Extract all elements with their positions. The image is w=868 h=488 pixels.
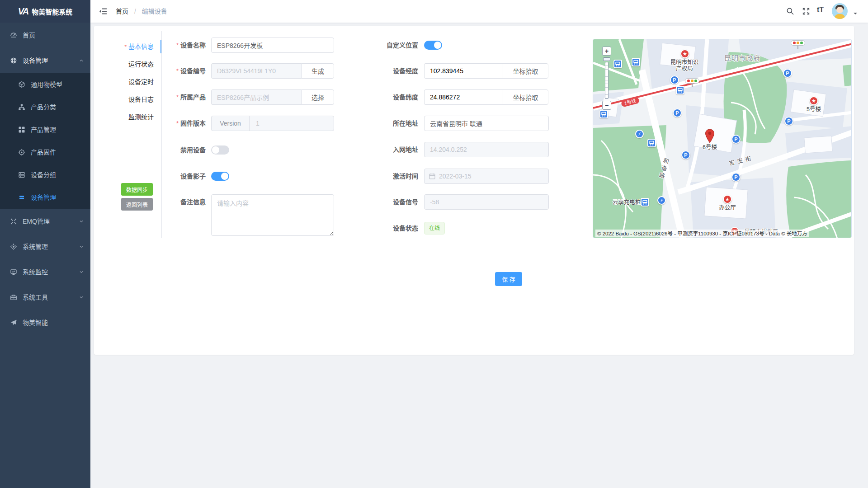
parking-icon: P [731, 173, 741, 182]
map-zoom-out-button[interactable]: − [602, 101, 611, 110]
sidebar-item-thing-model[interactable]: 通用物模型 [0, 73, 90, 96]
sidebar-item-label: 系统工具 [23, 285, 48, 310]
baidu-map[interactable]: + − 1号线 P P P P P P P ⚡ ⚡ [593, 39, 852, 238]
data-sync-button[interactable]: 数据同步 [121, 183, 153, 196]
longitude-label: 设备经度 [373, 63, 418, 79]
sidebar-item-product-management[interactable]: 产品管理 [0, 118, 90, 141]
toggle-knob [212, 146, 219, 154]
latitude-group: 坐标拾取 [424, 89, 548, 105]
remark-label: 备注信息 [165, 194, 206, 210]
pick-coordinate-button[interactable]: 坐标拾取 [503, 89, 548, 105]
logo-icon: VA [18, 6, 28, 17]
sidebar-item-device-group[interactable]: 设备分组 [0, 164, 90, 186]
tab-run-status[interactable]: 运行状态 [94, 56, 154, 73]
device-shadow-toggle[interactable] [211, 172, 229, 181]
poi-label-ip-office: 昆明市知识产权局 [669, 59, 700, 72]
breadcrumb-home[interactable]: 首页 [116, 8, 128, 15]
sidebar: VA 物美智能系统 首页 设备管理 通用物模型 产品分类 产品管理 [0, 0, 90, 488]
longitude-input[interactable] [424, 63, 503, 79]
sidebar-item-emq[interactable]: EMQ管理 [0, 209, 90, 234]
calendar-icon [429, 173, 435, 179]
avatar[interactable] [832, 3, 848, 19]
sidebar-item-label: 通用物模型 [31, 73, 62, 96]
address-label: 所在地址 [373, 116, 418, 131]
sidebar-item-product-firmware[interactable]: 产品固件 [0, 141, 90, 164]
firmware-label: 固件版本 [165, 116, 206, 131]
search-icon[interactable] [786, 7, 794, 15]
cross-arrows-icon [10, 218, 17, 225]
disable-device-toggle[interactable] [211, 145, 229, 155]
breadcrumb: 首页 / 编辑设备 [116, 0, 167, 23]
address-input[interactable] [424, 116, 549, 131]
select-product-button[interactable]: 选择 [302, 89, 334, 105]
sidebar-item-label: 产品分类 [31, 96, 56, 118]
tab-monitor-stats[interactable]: 监测统计 [94, 108, 154, 126]
sidebar-item-system-monitor[interactable]: 系统监控 [0, 259, 90, 285]
custom-location-toggle[interactable] [424, 41, 442, 50]
user-menu-caret-icon[interactable] [854, 13, 857, 16]
device-name-input[interactable] [211, 38, 334, 53]
disable-device-label: 禁用设备 [165, 142, 206, 158]
font-size-icon[interactable]: tT [817, 6, 824, 14]
target-icon [18, 149, 25, 156]
parking-icon: P [673, 108, 682, 117]
fullscreen-icon[interactable] [802, 7, 810, 15]
sidebar-item-home[interactable]: 首页 [0, 23, 90, 48]
back-to-list-button[interactable]: 返回列表 [121, 198, 153, 211]
activation-time-value: 2022-03-15 [439, 173, 472, 180]
avatar-face [836, 7, 843, 13]
tab-device-timer[interactable]: 设备定时 [94, 73, 154, 91]
chevron-up-icon [79, 58, 84, 63]
device-number-label: 设备编号 [165, 63, 206, 79]
poi-label-building5: 5号楼 [800, 106, 827, 113]
device-number-group: 生成 [211, 63, 334, 79]
tab-device-log[interactable]: 设备日志 [94, 91, 154, 108]
parking-icon: P [784, 117, 793, 126]
poi-label-building6: 6号楼 [698, 144, 721, 150]
sidebar-item-device-management[interactable]: 设备管理 [0, 48, 90, 73]
toolbox-icon [10, 294, 17, 301]
map-zoom-in-button[interactable]: + [602, 47, 611, 56]
activation-time-label: 激活时间 [373, 169, 418, 184]
map-zoom-track[interactable] [605, 62, 609, 99]
sidebar-item-label: 设备管理 [31, 186, 56, 209]
sidebar-item-system-tools[interactable]: 系统工具 [0, 285, 90, 310]
poi-star-icon: ★ [680, 49, 689, 58]
sidebar-item-wumei-smart[interactable]: 物美智能 [0, 310, 90, 335]
app-logo[interactable]: VA 物美智能系统 [0, 0, 90, 23]
cube-icon [18, 81, 25, 88]
poi-label-charging: 云享充电桩 [610, 199, 643, 206]
sidebar-item-label: 产品管理 [31, 118, 56, 141]
sidebar-item-label: 系统管理 [23, 234, 48, 259]
device-shadow-label: 设备影子 [165, 169, 206, 184]
tab-basic-info[interactable]: 基本信息 [94, 38, 154, 56]
custom-location-label: 自定义位置 [373, 38, 418, 53]
save-button[interactable]: 保 存 [495, 272, 522, 286]
sidebar-fold-icon[interactable] [99, 8, 107, 15]
longitude-group: 坐标拾取 [424, 63, 548, 79]
device-number-input [211, 63, 302, 79]
remark-textarea[interactable] [211, 194, 334, 236]
network-address-label: 入网地址 [373, 142, 418, 157]
poi-label-gov: 昆明市政府 [724, 53, 760, 62]
app-screen: VA 物美智能系统 首页 设备管理 通用物模型 产品分类 产品管理 [0, 0, 868, 488]
activation-time-field: 2022-03-15 [424, 169, 549, 184]
sidebar-item-label: EMQ管理 [23, 209, 50, 234]
device-name-label: 设备名称 [165, 38, 206, 53]
sidebar-submenu-device: 通用物模型 产品分类 产品管理 产品固件 设备分组 设备管理 [0, 73, 90, 209]
product-input [211, 89, 302, 105]
map-attribution: © 2022 Baidu - GS(2021)6026号 - 甲测资字11009… [595, 230, 809, 237]
sidebar-item-label: 设备分组 [31, 164, 56, 186]
traffic-light-icon [685, 78, 699, 87]
sidebar-item-product-category[interactable]: 产品分类 [0, 96, 90, 118]
device-location-pin[interactable] [704, 129, 715, 143]
sidebar-item-device-management-active[interactable]: 设备管理 [0, 186, 90, 209]
chevron-down-icon [79, 219, 84, 224]
parking-icon: P [731, 135, 741, 144]
map-zoom-slider-handle[interactable] [603, 57, 610, 61]
generate-button[interactable]: 生成 [302, 63, 334, 79]
metro-station-icon [676, 86, 684, 94]
latitude-input[interactable] [424, 89, 503, 105]
sidebar-item-system-management[interactable]: 系统管理 [0, 234, 90, 259]
pick-coordinate-button[interactable]: 坐标拾取 [503, 63, 548, 79]
